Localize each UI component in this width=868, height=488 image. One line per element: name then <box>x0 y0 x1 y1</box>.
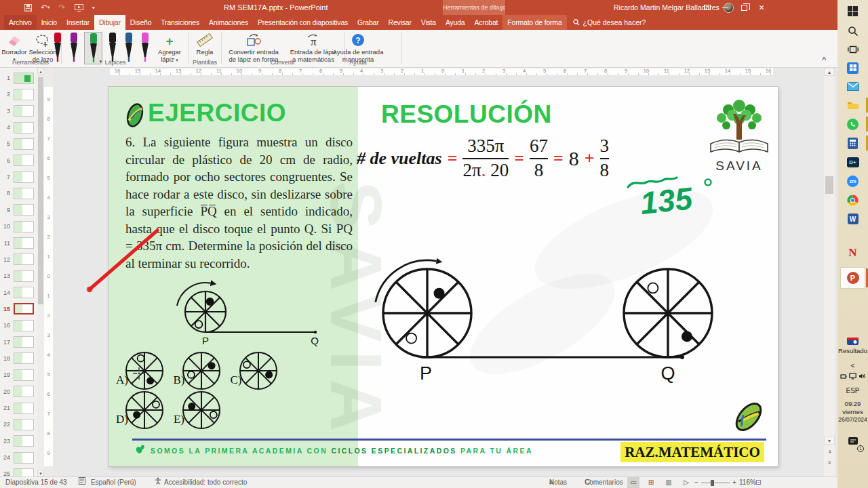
tab-transiciones[interactable]: Transiciones <box>156 15 204 30</box>
undo-icon[interactable]: ↶▾ <box>41 3 50 12</box>
netflix-button[interactable]: N <box>840 244 865 262</box>
whatsapp-button[interactable] <box>840 115 865 133</box>
tab-grabar[interactable]: Grabar <box>353 15 383 30</box>
slide-thumbnail-5[interactable]: 5 <box>0 136 37 151</box>
tell-me-search[interactable]: ¿Qué desea hacer? <box>567 15 652 30</box>
word-button[interactable]: W <box>840 210 865 228</box>
slide-thumbnail-18[interactable]: 18 <box>0 351 37 366</box>
scroll-down-icon[interactable]: ▼ <box>37 470 44 476</box>
slide-sorter-view-button[interactable]: ⊞ <box>645 477 657 488</box>
clock-date[interactable]: 26/07/2024 <box>837 416 868 423</box>
thumbnail-scrollbar[interactable]: ▲ ▼ <box>37 68 44 476</box>
ink-to-shape-button[interactable]: Convertir entradade lápiz en forma <box>224 31 283 63</box>
tab-revisar[interactable]: Revisar <box>384 15 416 30</box>
slide-canvas[interactable]: SAVIA EJERCICIO RESOLUCIÓN 6. La siguien… <box>108 87 778 466</box>
slide-thumbnail-7[interactable]: 7 <box>0 169 37 184</box>
editor-scrollbar[interactable]: ▲ ▼ « « <box>824 68 835 476</box>
notes-indicator-icon[interactable] <box>79 477 85 488</box>
powerpoint-button[interactable]: P <box>840 267 865 289</box>
previous-slide-button[interactable]: « <box>825 447 834 458</box>
slide-thumbnail-24[interactable]: 24 <box>0 450 37 465</box>
slide-thumbnail-6[interactable]: 6 <box>0 153 37 168</box>
scrollbar-thumb[interactable] <box>825 176 833 194</box>
slide-thumbnail-17[interactable]: 17 <box>0 335 37 350</box>
display-icon[interactable] <box>849 373 856 380</box>
eraser-button[interactable]: Borrador▾ <box>3 31 26 63</box>
tab-animaciones[interactable]: Animaciones <box>204 15 253 30</box>
result-disc-p[interactable] <box>376 258 471 357</box>
taskbar-search-button[interactable] <box>840 22 865 40</box>
accessibility-status[interactable]: Accesibilidad: todo correcto <box>164 477 247 488</box>
clock-time[interactable]: 09:29 <box>837 400 868 407</box>
tab-archivo[interactable]: Archivo <box>4 15 37 30</box>
ink-help-button[interactable]: ? Ayuda de entradamanuscrita <box>324 31 392 63</box>
start-button[interactable] <box>840 2 865 20</box>
slide-thumbnail-19[interactable]: 19 <box>0 367 37 382</box>
slide-thumbnail-20[interactable]: 20 <box>0 384 37 399</box>
keyboard-language[interactable]: ESP <box>837 387 868 394</box>
zoom-slider-track[interactable] <box>701 483 730 483</box>
slide-thumbnail-2[interactable]: 2 <box>0 87 37 102</box>
zoom-out-button[interactable]: − <box>694 477 698 488</box>
task-view-button[interactable] <box>840 41 865 58</box>
option-e-disc[interactable] <box>183 392 220 428</box>
slide-thumbnail-15[interactable]: 15 <box>0 302 37 317</box>
slide-thumbnail-16[interactable]: 16 <box>0 318 37 333</box>
microsoft-store-button[interactable] <box>840 59 865 77</box>
clock-day[interactable]: viernes <box>837 408 868 415</box>
tab-acrobat[interactable]: Acrobat <box>470 15 503 30</box>
battery-icon[interactable] <box>840 373 847 380</box>
customize-qat-icon[interactable]: ▾ <box>92 5 95 11</box>
red-ink-stroke[interactable] <box>90 230 157 289</box>
slide-thumbnail-23[interactable]: 23 <box>0 434 37 449</box>
figure-label-C[interactable]: C) <box>231 373 242 386</box>
slide-thumbnail-13[interactable]: 13 <box>0 268 37 283</box>
scroll-up-icon[interactable]: ▲ <box>824 68 835 76</box>
option-d-disc[interactable] <box>126 392 163 428</box>
speaker-icon[interactable] <box>859 373 866 380</box>
ruler-button[interactable]: Regla <box>191 31 218 56</box>
tab-dise-o[interactable]: Diseño <box>125 15 156 30</box>
zoom-level[interactable]: 116% <box>739 477 756 488</box>
figure-label-D[interactable]: D) <box>116 413 128 426</box>
figure-label-P[interactable]: P <box>202 335 209 346</box>
zoom-in-button[interactable]: + <box>732 477 736 488</box>
figure-label-B[interactable]: B) <box>174 373 185 386</box>
tab-dibujar[interactable]: Dibujar <box>94 15 125 30</box>
redo-icon[interactable]: ↷ <box>59 3 66 12</box>
tab-vista[interactable]: Vista <box>416 15 441 30</box>
green-ink-135[interactable]: 135 <box>639 180 695 221</box>
calculator-button[interactable] <box>840 134 865 152</box>
mail-button[interactable] <box>840 77 865 95</box>
slide-thumbnail-10[interactable]: 10 <box>0 219 37 234</box>
normal-view-button[interactable]: ▭ <box>627 477 639 488</box>
notification-center-button[interactable]: 1 <box>840 432 865 450</box>
figure-label-E[interactable]: E) <box>174 413 184 426</box>
slide-thumbnail-22[interactable]: 22 <box>0 417 37 432</box>
slide-thumbnail-21[interactable]: 21 <box>0 401 37 415</box>
tab-presentaci-n-con-diapositivas[interactable]: Presentación con diapositivas <box>253 15 353 30</box>
zoom-app-button[interactable]: zm <box>840 172 865 190</box>
ribbon-display-options-button[interactable] <box>698 0 716 15</box>
scrollbar-thumb[interactable] <box>38 77 43 304</box>
slideshow-view-button[interactable]: ▷ <box>680 477 692 488</box>
figure-label-Q[interactable]: Q <box>660 363 675 384</box>
scroll-down-icon[interactable]: ▼ <box>824 436 835 445</box>
tray-chevron[interactable]: < <box>837 361 868 369</box>
language-status[interactable]: Español (Perú) <box>91 477 136 488</box>
tab-ayuda[interactable]: Ayuda <box>441 15 470 30</box>
slideshow-from-start-icon[interactable] <box>75 4 83 12</box>
slide-thumbnail-11[interactable]: 11 <box>0 236 37 251</box>
scroll-up-icon[interactable]: ▲ <box>37 68 44 75</box>
disney-plus-button[interactable]: D+ <box>840 153 865 171</box>
slide-thumbnail-4[interactable]: 4 <box>0 120 37 135</box>
restore-button[interactable] <box>735 0 753 15</box>
tab-inicio[interactable]: Inicio <box>37 15 62 30</box>
slide-thumbnail-8[interactable]: 8 <box>0 186 37 201</box>
figure-label-P[interactable]: P <box>420 363 432 384</box>
option-a-disc[interactable] <box>126 352 163 389</box>
file-explorer-button[interactable] <box>840 96 865 114</box>
slide-thumbnail-14[interactable]: 14 <box>0 285 37 300</box>
slide-thumbnail-3[interactable]: 3 <box>0 104 37 119</box>
save-icon[interactable] <box>24 4 32 12</box>
